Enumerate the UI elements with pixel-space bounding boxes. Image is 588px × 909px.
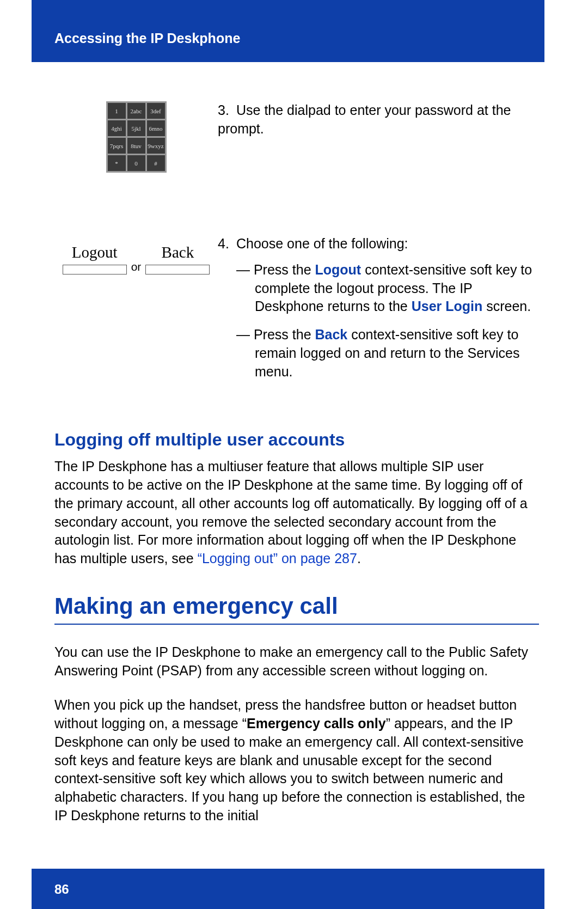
- softkey-back-button[interactable]: [145, 265, 210, 274]
- softkey-back-label: Back: [162, 243, 194, 261]
- softkey-logout: Logout: [63, 243, 127, 274]
- softkey-logout-label: Logout: [72, 243, 118, 261]
- dialpad-key: 0: [127, 155, 145, 171]
- section-para-logging-off: The IP Deskphone has a multiuser feature…: [54, 457, 539, 568]
- step-4-sublist: — Press the Logout context-sensitive sof…: [218, 261, 539, 381]
- dialpad-icon: 1 2abc 3def 4ghi 5jkl 6mno 7pqrs 8tuv 9w…: [106, 101, 167, 173]
- content-area: 1 2abc 3def 4ghi 5jkl 6mno 7pqrs 8tuv 9w…: [54, 82, 539, 825]
- back-keyword: Back: [315, 327, 348, 342]
- page-number: 86: [54, 882, 544, 897]
- step-4-visual: Logout or Back: [54, 233, 218, 274]
- softkey-group: Logout or Back: [63, 243, 210, 274]
- emergency-para-2: When you pick up the handset, press the …: [54, 696, 539, 825]
- section-heading-logging-off: Logging off multiple user accounts: [54, 430, 539, 450]
- emergency-calls-only-text: Emergency calls only: [247, 716, 386, 731]
- step-3-visual: 1 2abc 3def 4ghi 5jkl 6mno 7pqrs 8tuv 9w…: [54, 101, 218, 173]
- header-title: Accessing the IP Deskphone: [54, 30, 544, 46]
- softkey-logout-button[interactable]: [63, 265, 127, 274]
- dialpad-key: 1: [108, 103, 126, 119]
- step-body: Use the dialpad to enter your password a…: [218, 102, 511, 136]
- footer-band: 86: [32, 869, 544, 909]
- sublist-item-2: — Press the Back context-sensitive soft …: [236, 326, 539, 381]
- dialpad-key: 6mno: [147, 120, 165, 136]
- dialpad-key: 3def: [147, 103, 165, 119]
- dialpad-key: 7pqrs: [108, 138, 126, 154]
- sublist-item-1: — Press the Logout context-sensitive sof…: [236, 261, 539, 316]
- dialpad-key: *: [108, 155, 126, 171]
- step-4-row: Logout or Back 4.Choose one of the follo…: [54, 233, 539, 391]
- dialpad-key: 9wxyz: [147, 138, 165, 154]
- user-login-keyword: User Login: [412, 298, 483, 314]
- dialpad-key: 2abc: [127, 103, 145, 119]
- emergency-para-1: You can use the IP Deskphone to make an …: [54, 643, 539, 680]
- step-number: 3.: [218, 101, 236, 120]
- step-4-text: 4.Choose one of the following: — Press t…: [218, 235, 539, 391]
- logging-out-link[interactable]: “Logging out” on page 287: [198, 551, 357, 566]
- step-3-row: 1 2abc 3def 4ghi 5jkl 6mno 7pqrs 8tuv 9w…: [54, 101, 539, 173]
- step-3-text: 3.Use the dialpad to enter your password…: [218, 101, 539, 138]
- dialpad-key: 5jkl: [127, 120, 145, 136]
- dialpad-key: 8tuv: [127, 138, 145, 154]
- section-heading-emergency: Making an emergency call: [54, 593, 539, 625]
- dialpad-key: 4ghi: [108, 120, 126, 136]
- step-intro: Choose one of the following:: [236, 236, 408, 251]
- dialpad-key: #: [147, 155, 165, 171]
- header-band: Accessing the IP Deskphone: [32, 0, 544, 62]
- step-number: 4.: [218, 235, 236, 253]
- logout-keyword: Logout: [315, 262, 362, 277]
- softkey-back: Back: [145, 243, 210, 274]
- softkey-or: or: [131, 260, 142, 273]
